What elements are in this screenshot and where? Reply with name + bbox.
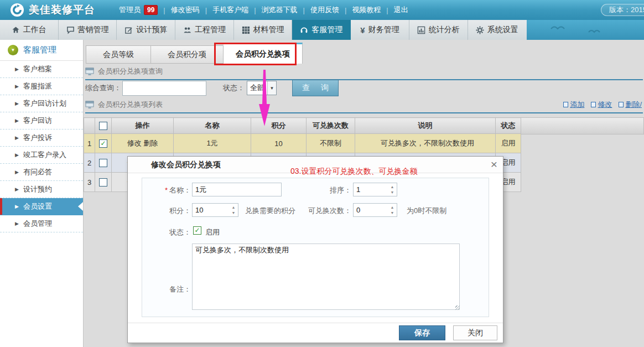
status-checkbox-label: 启用 [205,227,220,237]
sort-spinner[interactable]: 1 ▲▼ [353,183,397,196]
points-spinner[interactable]: 10 ▲▼ [192,203,238,217]
menu-browser-download[interactable]: 浏览器下载 [256,5,303,15]
add-icon [563,102,568,107]
menu-change-password[interactable]: 修改密码 [165,5,205,15]
sidebar-item-completed-customer-entry[interactable]: ▶竣工客户录入 [0,147,83,164]
modal-footer: 保存 关闭 [128,323,503,343]
cell-name: 1元 [174,134,251,153]
triangle-icon: ▶ [15,152,19,158]
menu-feedback[interactable]: 使用反馈 [305,5,345,15]
nav-tab-marketing[interactable]: 营销管理 [59,20,117,40]
spinner-arrows-icon[interactable]: ▲▼ [388,183,397,196]
status-field-label: 状态： [142,227,191,237]
remark-textarea[interactable]: 可兑换多次，不限制次数使用 [192,244,460,310]
row-checkbox[interactable] [99,178,107,187]
select-all-checkbox[interactable] [99,122,107,130]
nav-tab-label: 设计预算 [136,25,167,35]
times-spinner[interactable]: 0 ▲▼ [353,203,397,217]
nav-tab-label: 工作台 [23,25,46,35]
grid-icon [242,26,250,34]
top-menu: 管理员 99 | 修改密码 | 手机客户端 | 浏览器下载 | 使用反馈 | 视… [113,5,414,15]
notification-badge[interactable]: 99 [144,5,158,15]
sidebar-item-label: 会员管理 [23,219,52,229]
delete-link[interactable]: 删除/ [619,100,642,110]
logo-icon [10,3,24,17]
sidebar-item-qa[interactable]: ▶有问必答 [0,164,83,181]
nav-tab-materials[interactable]: 材料管理 [234,20,293,40]
sidebar-item-customer-files[interactable]: ▶客户档案 [0,61,83,78]
sidebar-item-member-management[interactable]: ▶会员管理 [0,215,83,232]
modify-link-label: 修改 [598,100,612,110]
nav-tab-customer-service[interactable]: 客服管理 [292,20,351,40]
collapse-icon[interactable]: ▼ [8,45,18,55]
cell-description: 可兑换多次，不限制次数使用 [355,134,496,153]
status-checkbox[interactable] [193,226,201,235]
sidebar-item-label: 设计预约 [23,184,52,194]
sidebar-header-customer-service[interactable]: ▼ 客服管理 [0,40,83,61]
row-number: 2 [84,153,95,173]
chevron-down-icon[interactable]: ▼ [267,81,276,95]
headset-icon [300,26,308,34]
sidebar-item-label: 竣工客户录入 [23,150,66,160]
query-button-label: 查 询 [302,83,333,93]
nav-tab-design-budget[interactable]: 设计预算 [117,20,175,40]
row-operation-links[interactable]: 修改 删除 [112,134,174,153]
times-field-label: 可兑换次数： [303,206,351,216]
sidebar-header-label: 客服管理 [23,45,56,55]
name-input[interactable] [192,183,282,196]
tab-member-level[interactable]: 会员等级 [86,45,151,64]
tab-member-points[interactable]: 会员积分项 [151,45,224,64]
sidebar-item-label: 客服指派 [23,81,52,91]
row-checkbox[interactable] [99,139,107,148]
times-value: 0 [354,204,388,216]
save-button[interactable]: 保存 [399,325,445,340]
sidebar-item-service-assign[interactable]: ▶客服指派 [0,78,83,95]
nav-tab-workbench[interactable]: 工作台 [0,20,59,40]
menu-admin[interactable]: 管理员 99 [113,5,163,15]
table-header-filler [520,117,644,134]
resize-grip-icon[interactable] [455,305,460,310]
col-points: 积分 [251,118,307,134]
triangle-icon: ▶ [15,66,19,72]
close-icon[interactable]: × [491,158,497,171]
close-button-label: 关闭 [468,328,483,338]
sidebar-item-member-settings[interactable]: ▶会员设置 [0,198,83,215]
spinner-arrows-icon[interactable]: ▲▼ [229,204,238,216]
points-value: 10 [193,204,229,216]
nav-tab-label: 材料管理 [253,25,284,35]
delete-icon [619,102,624,107]
menu-mobile-client[interactable]: 手机客户端 [207,5,254,15]
gear-icon [476,26,484,34]
modal-form-panel: *名称： 排序： 1 ▲▼ 积分： 10 ▲▼ 兑换需要的积分 可兑换次数： 0… [142,178,489,317]
nav-tab-label: 客服管理 [311,25,342,35]
status-select[interactable]: 全部 ▼ [247,81,277,95]
col-operation: 操作 [112,118,174,134]
close-button[interactable]: 关闭 [453,325,497,340]
modal-title: 修改会员积分兑换项 [151,160,221,170]
combined-query-input[interactable] [122,81,206,96]
query-button[interactable]: 查 询 [292,80,339,96]
nav-tab-label: 系统设置 [487,25,518,35]
menu-video-tutorial[interactable]: 视频教程 [346,5,386,15]
nav-tab-statistics[interactable]: 统计分析 [409,20,468,40]
nav-tab-system-settings[interactable]: 系统设置 [468,20,527,40]
sidebar-item-design-appointment[interactable]: ▶设计预约 [0,181,83,198]
menu-logout[interactable]: 退出 [388,5,414,15]
modify-link[interactable]: 修改 [591,100,612,110]
spinner-arrows-icon[interactable]: ▲▼ [388,204,397,216]
triangle-icon: ▶ [15,221,19,226]
sidebar-item-complaints[interactable]: ▶客户投诉 [0,130,83,147]
nav-tab-finance[interactable]: ¥ 财务管理 [351,20,409,40]
home-icon [12,26,20,34]
add-link[interactable]: 添加 [563,100,584,110]
nav-tab-label: 统计分析 [429,25,460,35]
triangle-icon: ▶ [15,101,19,106]
nav-tab-engineering[interactable]: 工程管理 [175,20,234,40]
tab-label: 会员积分项 [168,50,206,60]
sidebar-item-return-visit[interactable]: ▶客户回访 [0,112,83,130]
tab-member-points-exchange[interactable]: 会员积分兑换项 [224,43,303,64]
table-row[interactable]: 1 修改 删除 1元 10 不限制 可兑换多次，不限制次数使用 启用 [84,134,521,153]
list-section-title: 会员积分兑换项列表 [98,100,163,110]
sidebar-item-return-visit-plan[interactable]: ▶客户回访计划 [0,95,83,112]
row-checkbox[interactable] [99,159,107,167]
